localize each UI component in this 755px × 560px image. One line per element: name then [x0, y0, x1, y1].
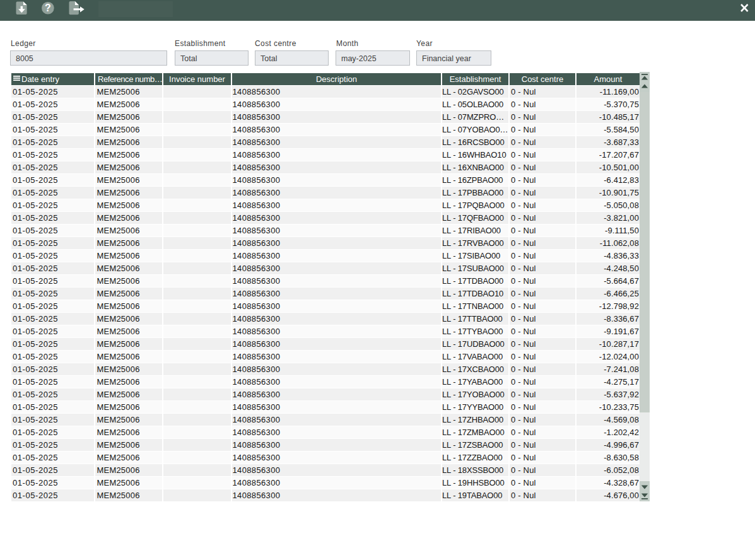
svg-text:?: ? [45, 3, 51, 13]
